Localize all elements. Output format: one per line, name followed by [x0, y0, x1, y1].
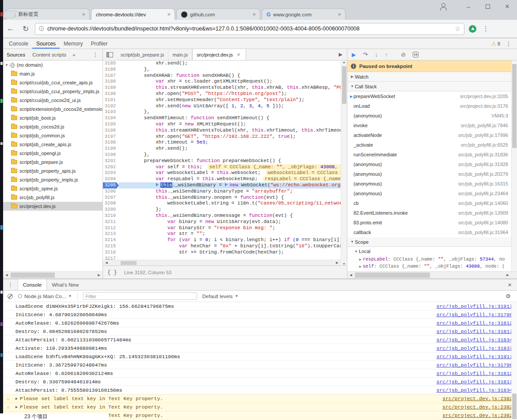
scroll-left-icon[interactable]: ◀: [103, 260, 110, 265]
line-number[interactable]: 3188: [103, 79, 119, 85]
source-link[interactable]: src/jsb_polyfill.js:31812: [436, 371, 513, 376]
call-stack-frame[interactable]: onLoadsrc/project.dev.js:3176: [347, 101, 517, 111]
devtools-tab-console[interactable]: Console: [5, 38, 32, 49]
pause-on-exceptions-icon[interactable]: [413, 52, 418, 57]
window-close-button[interactable]: ×: [498, 3, 517, 11]
code-line-content[interactable]: sendXHRTimeout: function sendXHRTimeout(…: [119, 115, 347, 121]
tab-content-scripts[interactable]: Content scripts: [29, 49, 70, 60]
scroll-thumb[interactable]: [342, 66, 346, 104]
sidebar-hscrollbar[interactable]: ◀ ▶: [347, 271, 517, 279]
code-line-content[interactable]: var self = this;self = CCClass {_name: "…: [119, 164, 347, 170]
bookmark-star-icon[interactable]: ☆: [455, 25, 460, 32]
file-tree-item[interactable]: script/jsb_property_impls.js: [3, 175, 103, 184]
line-number[interactable]: 3206: [103, 189, 119, 195]
call-stack-frame[interactable]: (anonymous)src/jsb_polyfill.js:16315: [347, 179, 517, 189]
source-link[interactable]: src/jsb_polyfill.js:31837: [436, 345, 513, 351]
omnibox[interactable]: ⓘ chrome-devtools://devtools/bundled/ins…: [35, 23, 464, 35]
back-button[interactable]: ←: [3, 24, 18, 33]
line-number[interactable]: 3199: [103, 146, 119, 152]
drawer-menu-icon[interactable]: ⋮: [3, 281, 18, 288]
tab-close-icon[interactable]: ×: [80, 11, 87, 17]
scroll-up-icon[interactable]: ▲: [341, 61, 347, 64]
more-tabs-icon[interactable]: »: [70, 52, 78, 57]
scope-local-row[interactable]: ▼ Local: [347, 247, 517, 256]
devtools-tab-sources[interactable]: Sources: [32, 38, 60, 49]
code-line-content[interactable]: this._wsiSendBinary.onopen = function(ev…: [119, 195, 347, 201]
expand-triangle-icon[interactable]: ▶: [15, 405, 18, 409]
code-line-content[interactable]: var str = "";: [119, 231, 347, 237]
source-link[interactable]: src/jsb_polyfill.js:31917: [436, 303, 513, 309]
code-line-content[interactable]: var xhr = new XMLHttpRequest();: [119, 121, 347, 128]
line-number[interactable]: 3193: [103, 109, 119, 115]
tab-close-icon[interactable]: ×: [251, 11, 257, 17]
line-number[interactable]: 3197: [103, 134, 119, 140]
navigator-menu-icon[interactable]: ⋮: [88, 51, 103, 58]
code-line-content[interactable]: this._wsiSendBinary.binaryType = "arrayb…: [119, 189, 347, 195]
step-over-icon[interactable]: ↷: [363, 52, 368, 57]
clear-console-icon[interactable]: [8, 294, 13, 299]
call-stack-frame[interactable]: callbacksrc/jsb_polyfill.js:31964: [347, 227, 517, 237]
source-link[interactable]: src/jsb_polyfill.js:31917: [436, 354, 513, 359]
line-number[interactable]: 3207: [103, 195, 119, 201]
log-levels-selector[interactable]: Default levels ▼: [202, 294, 239, 299]
file-tree-item[interactable]: script/jsb_common.js: [3, 131, 103, 140]
code-line-content[interactable]: [119, 256, 347, 260]
drawer-close-icon[interactable]: ×: [502, 281, 517, 288]
call-stack-frame[interactable]: (anonymous)src/jsb_polyfill.js:31928: [347, 159, 517, 169]
code-line-content[interactable]: var binary = new Uint16Array(evt.data);: [119, 219, 347, 225]
browser-tab[interactable]: chrome-devtools://dev×: [91, 8, 175, 20]
line-number[interactable]: 3212: [103, 225, 119, 231]
context-selector[interactable]: Node.js Main Co... ▼: [18, 294, 72, 299]
file-tree-item[interactable]: script/jsb_property_apis.js: [3, 166, 103, 175]
line-number[interactable]: 3214: [103, 237, 119, 243]
editor-more-icon[interactable]: ▶: [335, 52, 347, 57]
source-link[interactable]: src/project.dev.js:2382: [442, 412, 513, 418]
browser-tab[interactable]: Gwww.google.com×: [262, 8, 346, 20]
tab-close-icon[interactable]: ×: [166, 11, 172, 17]
file-tree-item[interactable]: src/project.dev.js: [3, 202, 103, 211]
tab-sources[interactable]: Sources: [3, 49, 29, 60]
code-line-content[interactable]: var websocketLabel = this.websocket;webs…: [119, 170, 347, 176]
scroll-thumb[interactable]: [512, 394, 517, 419]
devtools-tab-profiler[interactable]: Profiler: [87, 38, 111, 49]
source-link[interactable]: src/jsb_polyfill.js:31834: [436, 337, 513, 343]
code-line-content[interactable]: for (var i = 0; i < binary.length; i++) …: [119, 237, 347, 243]
code-line-content[interactable]: this._wsiSendBinary = new WebSocket("ws:…: [119, 182, 347, 189]
tab-close-icon[interactable]: ×: [236, 52, 242, 57]
call-stack-frame[interactable]: (anonymous)src/jsb_polyfill.js:23464: [347, 189, 517, 198]
line-number[interactable]: 3204: [103, 176, 119, 182]
line-number[interactable]: 3209: [103, 207, 119, 213]
file-tree-item[interactable]: script/jsb_spine.js: [3, 184, 103, 193]
file-tree-item[interactable]: script/jsb_cocos2d.js: [3, 122, 103, 131]
editor-tab[interactable]: main.js: [168, 49, 192, 60]
line-number[interactable]: 3192: [103, 103, 119, 110]
line-number[interactable]: 3215: [103, 243, 119, 250]
browser-tab[interactable]: 新标签页×: [6, 8, 90, 20]
call-stack-frame[interactable]: cbsrc/jsb_polyfill.js:14060: [347, 198, 517, 208]
line-number[interactable]: 3185: [103, 61, 119, 67]
toggle-navigator-icon[interactable]: [106, 52, 113, 57]
tab-console[interactable]: Console: [18, 279, 47, 290]
file-tree-item[interactable]: script/jsb_prepare.js: [3, 158, 103, 166]
console-warning-row[interactable]: ⚠▶Please set label text key in Text Key …: [3, 394, 517, 403]
editor-tab[interactable]: src/project.dev.js×: [192, 49, 246, 60]
source-link[interactable]: src/jsb_polyfill.js:31812: [436, 320, 513, 326]
console-warning-row[interactable]: ⚠▶Please set label text key in Text Key …: [3, 403, 517, 411]
line-number[interactable]: 3200: [103, 152, 119, 158]
line-number[interactable]: 3195: [103, 121, 119, 128]
source-link[interactable]: src/jsb_polyfill.js:31817: [436, 379, 513, 385]
code-line-content[interactable]: var xhr = cc.loader.getXMLHttpRequest();: [119, 79, 347, 85]
line-number[interactable]: 3186: [103, 67, 119, 73]
breakpoint-line-number[interactable]: 3205: [103, 182, 119, 189]
line-number[interactable]: 3211: [103, 219, 119, 225]
scroll-thumb[interactable]: [355, 272, 430, 278]
scroll-left-icon[interactable]: ◀: [3, 272, 10, 279]
call-stack-section-header[interactable]: ▼ Call Stack: [347, 82, 517, 91]
devtools-menu-icon[interactable]: ⋮: [500, 40, 517, 47]
file-tree-item[interactable]: main.js: [3, 69, 103, 78]
file-tree-item[interactable]: src/jsb_polyfill.js: [3, 193, 103, 202]
code-line-content[interactable]: sendXHRAB: function sendXHRAB() {: [119, 73, 347, 79]
code-line-content[interactable]: },: [119, 67, 347, 73]
source-link[interactable]: src/jsb_polyfill.js:31796: [436, 362, 513, 368]
code-line-content[interactable]: var binaryStr = "response bin msg: ";: [119, 225, 347, 231]
